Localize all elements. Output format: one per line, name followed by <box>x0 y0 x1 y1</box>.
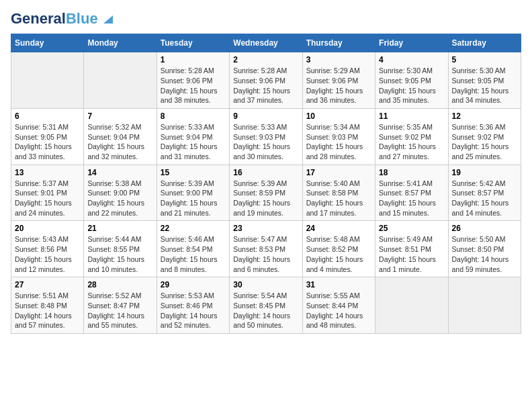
day-cell: 19Sunrise: 5:42 AMSunset: 8:57 PMDayligh… <box>448 165 521 221</box>
day-number: 4 <box>379 55 444 64</box>
day-detail: Sunrise: 5:36 AMSunset: 9:02 PMDaylight:… <box>452 122 517 162</box>
day-number: 11 <box>379 111 444 121</box>
svg-marker-0 <box>103 15 113 24</box>
day-cell: 12Sunrise: 5:36 AMSunset: 9:02 PMDayligh… <box>448 108 521 165</box>
day-number: 17 <box>306 168 371 177</box>
day-detail: Sunrise: 5:41 AMSunset: 8:57 PMDaylight:… <box>379 179 444 218</box>
day-detail: Sunrise: 5:30 AMSunset: 9:05 PMDaylight:… <box>452 66 517 105</box>
day-cell: 2Sunrise: 5:28 AMSunset: 9:06 PMDaylight… <box>230 52 302 109</box>
day-cell: 7Sunrise: 5:32 AMSunset: 9:04 PMDaylight… <box>84 108 157 165</box>
day-number: 25 <box>379 224 444 233</box>
header-thursday: Thursday <box>302 34 375 52</box>
day-number: 31 <box>306 280 371 289</box>
day-number: 26 <box>452 224 517 233</box>
day-detail: Sunrise: 5:33 AMSunset: 9:03 PMDaylight:… <box>233 122 298 162</box>
header-wednesday: Wednesday <box>230 34 302 52</box>
day-cell: 25Sunrise: 5:49 AMSunset: 8:51 PMDayligh… <box>375 221 448 277</box>
day-detail: Sunrise: 5:44 AMSunset: 8:55 PMDaylight:… <box>87 234 152 274</box>
day-detail: Sunrise: 5:32 AMSunset: 9:04 PMDaylight:… <box>87 122 152 162</box>
week-row-4: 20Sunrise: 5:43 AMSunset: 8:56 PMDayligh… <box>11 221 521 277</box>
day-cell: 17Sunrise: 5:40 AMSunset: 8:58 PMDayligh… <box>302 165 375 221</box>
day-cell: 21Sunrise: 5:44 AMSunset: 8:55 PMDayligh… <box>84 221 157 277</box>
day-detail: Sunrise: 5:40 AMSunset: 8:58 PMDaylight:… <box>306 179 371 218</box>
day-number: 19 <box>452 168 517 177</box>
day-detail: Sunrise: 5:37 AMSunset: 9:01 PMDaylight:… <box>15 179 80 218</box>
day-cell: 26Sunrise: 5:50 AMSunset: 8:50 PMDayligh… <box>448 221 521 277</box>
day-detail: Sunrise: 5:33 AMSunset: 9:04 PMDaylight:… <box>161 122 226 162</box>
logo-text: GeneralBlue <box>11 11 98 27</box>
day-cell: 16Sunrise: 5:39 AMSunset: 8:59 PMDayligh… <box>230 165 302 221</box>
week-row-3: 13Sunrise: 5:37 AMSunset: 9:01 PMDayligh… <box>11 165 521 221</box>
day-number: 5 <box>452 55 517 64</box>
day-cell: 15Sunrise: 5:39 AMSunset: 9:00 PMDayligh… <box>157 165 229 221</box>
day-detail: Sunrise: 5:50 AMSunset: 8:50 PMDaylight:… <box>452 234 517 274</box>
day-detail: Sunrise: 5:51 AMSunset: 8:48 PMDaylight:… <box>15 291 80 330</box>
day-cell: 22Sunrise: 5:46 AMSunset: 8:54 PMDayligh… <box>157 221 229 277</box>
day-number: 6 <box>15 111 80 121</box>
day-detail: Sunrise: 5:38 AMSunset: 9:00 PMDaylight:… <box>87 179 152 218</box>
day-number: 28 <box>87 280 152 289</box>
day-cell: 31Sunrise: 5:55 AMSunset: 8:44 PMDayligh… <box>302 277 375 334</box>
day-number: 3 <box>306 55 371 64</box>
week-row-5: 27Sunrise: 5:51 AMSunset: 8:48 PMDayligh… <box>11 277 521 334</box>
day-cell: 10Sunrise: 5:34 AMSunset: 9:03 PMDayligh… <box>302 108 375 165</box>
day-detail: Sunrise: 5:39 AMSunset: 9:00 PMDaylight:… <box>161 179 226 218</box>
day-number: 1 <box>161 55 226 64</box>
day-cell: 9Sunrise: 5:33 AMSunset: 9:03 PMDaylight… <box>230 108 302 165</box>
day-cell <box>11 52 84 109</box>
logo: GeneralBlue <box>11 11 114 27</box>
header-tuesday: Tuesday <box>157 34 229 52</box>
day-cell: 11Sunrise: 5:35 AMSunset: 9:02 PMDayligh… <box>375 108 448 165</box>
day-detail: Sunrise: 5:30 AMSunset: 9:05 PMDaylight:… <box>379 66 444 105</box>
day-detail: Sunrise: 5:52 AMSunset: 8:47 PMDaylight:… <box>87 291 152 330</box>
day-number: 15 <box>161 168 226 177</box>
day-number: 2 <box>233 55 298 64</box>
day-detail: Sunrise: 5:42 AMSunset: 8:57 PMDaylight:… <box>452 179 517 218</box>
day-number: 16 <box>233 168 298 177</box>
day-cell: 13Sunrise: 5:37 AMSunset: 9:01 PMDayligh… <box>11 165 84 221</box>
day-detail: Sunrise: 5:47 AMSunset: 8:53 PMDaylight:… <box>233 234 298 274</box>
day-cell: 8Sunrise: 5:33 AMSunset: 9:04 PMDaylight… <box>157 108 229 165</box>
day-number: 24 <box>306 224 371 233</box>
day-detail: Sunrise: 5:55 AMSunset: 8:44 PMDaylight:… <box>306 291 371 330</box>
day-cell: 27Sunrise: 5:51 AMSunset: 8:48 PMDayligh… <box>11 277 84 334</box>
header-friday: Friday <box>375 34 448 52</box>
day-detail: Sunrise: 5:43 AMSunset: 8:56 PMDaylight:… <box>15 234 80 274</box>
day-cell: 18Sunrise: 5:41 AMSunset: 8:57 PMDayligh… <box>375 165 448 221</box>
day-detail: Sunrise: 5:46 AMSunset: 8:54 PMDaylight:… <box>161 234 226 274</box>
day-cell: 4Sunrise: 5:30 AMSunset: 9:05 PMDaylight… <box>375 52 448 109</box>
day-number: 13 <box>15 168 80 177</box>
day-detail: Sunrise: 5:54 AMSunset: 8:45 PMDaylight:… <box>233 291 298 330</box>
day-number: 9 <box>233 111 298 121</box>
day-number: 12 <box>452 111 517 121</box>
day-number: 30 <box>233 280 298 289</box>
day-cell: 23Sunrise: 5:47 AMSunset: 8:53 PMDayligh… <box>230 221 302 277</box>
day-number: 14 <box>87 168 152 177</box>
day-cell: 6Sunrise: 5:31 AMSunset: 9:05 PMDaylight… <box>11 108 84 165</box>
week-row-1: 1Sunrise: 5:28 AMSunset: 9:06 PMDaylight… <box>11 52 521 109</box>
day-cell <box>375 277 448 334</box>
day-detail: Sunrise: 5:49 AMSunset: 8:51 PMDaylight:… <box>379 234 444 274</box>
page-header: GeneralBlue <box>11 11 521 27</box>
day-detail: Sunrise: 5:28 AMSunset: 9:06 PMDaylight:… <box>233 66 298 105</box>
header-monday: Monday <box>84 34 157 52</box>
day-number: 8 <box>161 111 226 121</box>
day-cell: 28Sunrise: 5:52 AMSunset: 8:47 PMDayligh… <box>84 277 157 334</box>
day-cell: 3Sunrise: 5:29 AMSunset: 9:06 PMDaylight… <box>302 52 375 109</box>
day-detail: Sunrise: 5:48 AMSunset: 8:52 PMDaylight:… <box>306 234 371 274</box>
day-cell <box>84 52 157 109</box>
header-sunday: Sunday <box>11 34 84 52</box>
header-saturday: Saturday <box>448 34 521 52</box>
logo-icon <box>99 10 114 25</box>
day-number: 27 <box>15 280 80 289</box>
day-detail: Sunrise: 5:29 AMSunset: 9:06 PMDaylight:… <box>306 66 371 105</box>
day-cell: 14Sunrise: 5:38 AMSunset: 9:00 PMDayligh… <box>84 165 157 221</box>
day-detail: Sunrise: 5:34 AMSunset: 9:03 PMDaylight:… <box>306 122 371 162</box>
day-cell: 24Sunrise: 5:48 AMSunset: 8:52 PMDayligh… <box>302 221 375 277</box>
day-number: 18 <box>379 168 444 177</box>
day-detail: Sunrise: 5:53 AMSunset: 8:46 PMDaylight:… <box>161 291 226 330</box>
day-number: 7 <box>87 111 152 121</box>
day-cell: 30Sunrise: 5:54 AMSunset: 8:45 PMDayligh… <box>230 277 302 334</box>
day-detail: Sunrise: 5:31 AMSunset: 9:05 PMDaylight:… <box>15 122 80 162</box>
day-number: 23 <box>233 224 298 233</box>
